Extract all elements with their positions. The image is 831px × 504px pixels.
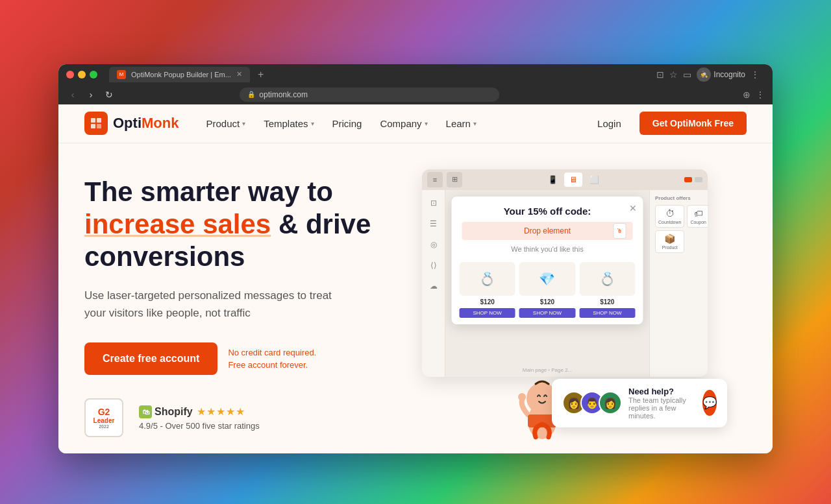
- popup-title: Your 15% off code:: [462, 206, 633, 217]
- panel-section-title: Product offers: [655, 195, 702, 201]
- cta-section: Create free account No credit card requi…: [84, 342, 396, 375]
- product-image-2: 💎: [519, 262, 575, 296]
- minimize-window-button[interactable]: [78, 71, 86, 78]
- svg-rect-1: [97, 118, 101, 123]
- browser-tab-active[interactable]: M OptiMonk Popup Builder | Em... ✕: [109, 67, 250, 82]
- mobile-view-button[interactable]: 📱: [543, 173, 562, 187]
- editor-sidebar-icon-1[interactable]: ⊡: [426, 195, 441, 211]
- product-image-1: 💍: [460, 262, 515, 296]
- shop-now-button-2[interactable]: SHOP NOW: [519, 308, 575, 318]
- tab-favicon-icon: M: [117, 70, 126, 79]
- rating-text: 4.9/5 - Over 500 five star ratings: [139, 421, 260, 431]
- browser-window: M OptiMonk Popup Builder | Em... ✕ + ⊡ ☆…: [58, 64, 773, 453]
- maximize-window-button[interactable]: [90, 71, 97, 78]
- editor-preview: ≡ ⊞ 📱 🖥 ⬜: [422, 169, 708, 377]
- bookmark-icon[interactable]: ☆: [669, 69, 678, 80]
- reload-button[interactable]: ↻: [103, 90, 116, 100]
- product-price-1: $120: [460, 298, 515, 306]
- nav-company[interactable]: Company ▾: [372, 113, 435, 134]
- coupon-icon: 🏷: [690, 208, 706, 219]
- popup-header: ✕ Your 15% off code:: [452, 197, 643, 222]
- editor-sidebar-icon-3[interactable]: ◎: [426, 237, 441, 252]
- tabs-icon[interactable]: ▭: [683, 69, 691, 80]
- tab-title: OptiMonk Popup Builder | Em...: [131, 71, 231, 78]
- product-price-3: $120: [579, 298, 635, 306]
- popup-close-icon[interactable]: ✕: [629, 203, 637, 213]
- traffic-lights: [66, 71, 97, 78]
- cta-note: No credit card required. Free account fo…: [228, 346, 316, 372]
- product-icon: 📦: [658, 234, 681, 244]
- help-text: Need help? The team typically replies in…: [628, 387, 696, 420]
- panel-items: ⏱ Countdown 🏷 Coupon 📦: [655, 205, 702, 253]
- popup-drop-zone[interactable]: Drop element 🖱: [462, 222, 633, 240]
- url-text: optimonk.com: [259, 90, 308, 99]
- address-field[interactable]: 🔒 optimonk.com: [240, 88, 499, 102]
- help-subtitle: The team typically replies in a few minu…: [628, 396, 696, 420]
- browser-toolbar-right: ⊡ ☆ ▭ 🕵 Incognito ⋮: [656, 67, 765, 82]
- shopify-logo: 🛍 Shopify: [139, 405, 193, 418]
- desktop-view-button[interactable]: 🖥: [564, 173, 582, 187]
- popup-subtitle: We think you'd like this: [452, 245, 643, 258]
- nav-templates[interactable]: Templates ▾: [256, 113, 321, 134]
- new-tab-button[interactable]: +: [254, 67, 267, 82]
- address-right-icons: ⊕ ⋮: [743, 90, 765, 100]
- red-dot-1: [684, 177, 692, 182]
- editor-icons-left: ≡ ⊞: [427, 172, 462, 187]
- editor-sidebar-icon-2[interactable]: ☰: [426, 216, 441, 232]
- company-chevron-icon: ▾: [425, 120, 428, 127]
- help-avatar-3: 👩: [599, 391, 622, 414]
- logo-icon: [84, 112, 108, 135]
- menu-icon[interactable]: ⋮: [750, 69, 760, 80]
- editor-canvas: ✕ Your 15% off code: Drop element 🖱 We t…: [445, 190, 649, 377]
- editor-sidebar-icon-5[interactable]: ☁: [426, 278, 441, 294]
- panel-item-product[interactable]: 📦 Product: [655, 230, 684, 253]
- forward-button[interactable]: ›: [84, 90, 97, 100]
- nav-pricing[interactable]: Pricing: [325, 113, 370, 134]
- nav-learn[interactable]: Learn ▾: [438, 113, 484, 134]
- panel-item-countdown[interactable]: ⏱ Countdown: [655, 205, 684, 228]
- nav-product[interactable]: Product ▾: [198, 113, 253, 134]
- hero-title: The smarter way to increase sales & driv…: [84, 176, 396, 274]
- panel-item-coupon[interactable]: 🏷 Coupon: [687, 205, 708, 228]
- hero-right-preview: ≡ ⊞ 📱 🖥 ⬜: [409, 169, 747, 440]
- back-button[interactable]: ‹: [66, 90, 79, 100]
- browser-address-bar: ‹ › ↻ 🔒 optimonk.com ⊕ ⋮: [58, 85, 773, 104]
- shop-now-button-1[interactable]: SHOP NOW: [460, 308, 515, 318]
- tablet-view-button[interactable]: ⬜: [585, 173, 603, 187]
- editor-layers-icon[interactable]: ⊞: [447, 172, 462, 187]
- hero-title-continuation: & drive: [279, 209, 371, 239]
- hero-left-content: The smarter way to increase sales & driv…: [84, 169, 396, 438]
- help-chat-button[interactable]: 💬: [702, 390, 717, 416]
- extensions-menu-icon[interactable]: ⋮: [756, 90, 765, 100]
- popup-product-3: 💍 $120 SHOP NOW: [579, 262, 635, 318]
- cursor-icon: 🖱: [614, 223, 626, 239]
- cast-icon[interactable]: ⊡: [656, 69, 664, 80]
- editor-sidebar: ⊡ ☰ ◎ ⟨⟩ ☁: [422, 190, 445, 377]
- shopify-bag-icon: 🛍: [139, 405, 152, 418]
- learn-chevron-icon: ▾: [473, 120, 477, 127]
- incognito-badge[interactable]: 🕵 Incognito: [697, 67, 745, 82]
- close-window-button[interactable]: [66, 71, 74, 78]
- editor-menu-icon[interactable]: ≡: [427, 172, 443, 187]
- svg-rect-3: [97, 124, 101, 128]
- site-logo[interactable]: OptiMonk: [84, 112, 179, 135]
- editor-sidebar-icon-4[interactable]: ⟨⟩: [426, 258, 441, 273]
- templates-chevron-icon: ▾: [311, 120, 314, 127]
- get-optimonk-free-button[interactable]: Get OptiMonk Free: [639, 112, 747, 135]
- popup-preview: ✕ Your 15% off code: Drop element 🖱 We t…: [452, 197, 643, 324]
- tab-close-icon[interactable]: ✕: [236, 70, 242, 78]
- incognito-avatar-icon: 🕵: [697, 67, 711, 82]
- extension-icon[interactable]: ⊕: [743, 90, 750, 100]
- svg-rect-2: [91, 124, 95, 128]
- nav-right: Login Get OptiMonk Free: [589, 112, 747, 135]
- countdown-icon: ⏱: [658, 208, 681, 219]
- hero-highlight-text: increase sales: [84, 209, 271, 239]
- popup-product-2: 💎 $120 SHOP NOW: [519, 262, 575, 318]
- svg-rect-0: [91, 118, 95, 123]
- create-free-account-button[interactable]: Create free account: [84, 342, 217, 375]
- star-rating: ★★★★★: [197, 405, 245, 418]
- chat-icon: 💬: [702, 396, 717, 410]
- shop-now-button-3[interactable]: SHOP NOW: [579, 308, 635, 318]
- incognito-label: Incognito: [713, 70, 745, 79]
- login-button[interactable]: Login: [589, 113, 629, 134]
